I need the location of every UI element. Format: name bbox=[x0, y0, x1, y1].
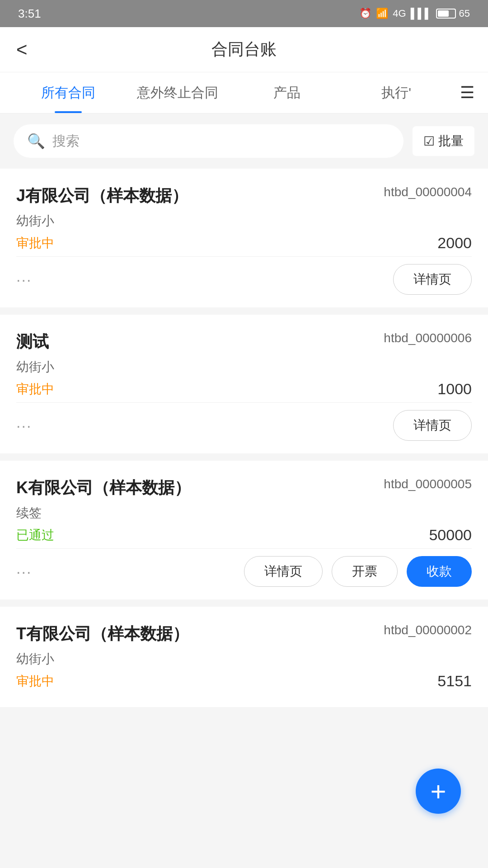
sub-label-3: 续签 bbox=[16, 505, 42, 522]
contract-id-2: htbd_00000006 bbox=[384, 331, 472, 345]
signal-icon: 4G bbox=[393, 8, 406, 19]
card-header-3: K有限公司（样本数据） htbd_00000005 bbox=[16, 477, 472, 499]
sim-icon: 📶 bbox=[376, 8, 388, 19]
contract-card-4: T有限公司（样本数据） htbd_00000002 幼街小 审批中 5151 bbox=[0, 607, 488, 707]
search-bar: 🔍 ☑ 批量 bbox=[0, 113, 488, 169]
card-footer-2: ··· 详情页 bbox=[16, 402, 472, 441]
company-name-4: T有限公司（样本数据） bbox=[16, 623, 189, 645]
tab-execution[interactable]: 执行' bbox=[342, 72, 451, 113]
contract-card-1: J有限公司（样本数据） htbd_00000004 幼街小 审批中 2000 ·… bbox=[0, 169, 488, 307]
company-name-1: J有限公司（样本数据） bbox=[16, 185, 188, 207]
page-title: 合同台账 bbox=[211, 38, 277, 61]
card-actions-1: 详情页 bbox=[393, 264, 472, 295]
contract-id-4: htbd_00000002 bbox=[384, 623, 472, 637]
amount-4: 5151 bbox=[437, 672, 472, 690]
card-status-amount-1: 审批中 2000 bbox=[16, 234, 472, 252]
tab-menu-icon[interactable]: ☰ bbox=[451, 83, 474, 102]
card-footer-3: ··· 详情页 开票 收款 bbox=[16, 548, 472, 587]
battery-indicator: 65 bbox=[436, 8, 470, 19]
search-input[interactable] bbox=[52, 133, 390, 149]
amount-3: 50000 bbox=[429, 526, 472, 544]
card-sub-3: 续签 bbox=[16, 505, 472, 522]
card-sub-2: 幼街小 bbox=[16, 359, 472, 376]
search-icon: 🔍 bbox=[27, 132, 45, 150]
contract-id-3: htbd_00000005 bbox=[384, 477, 472, 491]
tabs-wrapper: 所有合同 意外终止合同 产品 执行' ☰ bbox=[0, 72, 488, 113]
page-header: < 合同台账 bbox=[0, 27, 488, 72]
status-3: 已通过 bbox=[16, 527, 54, 544]
contract-id-1: htbd_00000004 bbox=[384, 185, 472, 199]
card-status-amount-4: 审批中 5151 bbox=[16, 672, 472, 690]
card-sub-1: 幼街小 bbox=[16, 212, 472, 230]
company-name-3: K有限公司（样本数据） bbox=[16, 477, 191, 499]
amount-2: 1000 bbox=[437, 380, 472, 398]
contract-list: J有限公司（样本数据） htbd_00000004 幼街小 审批中 2000 ·… bbox=[0, 169, 488, 707]
status-2: 审批中 bbox=[16, 381, 54, 398]
more-options-2[interactable]: ··· bbox=[16, 417, 32, 434]
more-options-1[interactable]: ··· bbox=[16, 271, 32, 288]
detail-button-1[interactable]: 详情页 bbox=[393, 264, 472, 295]
card-status-amount-2: 审批中 1000 bbox=[16, 380, 472, 398]
sub-label-4: 幼街小 bbox=[16, 651, 54, 668]
search-wrapper: 🔍 bbox=[14, 124, 404, 158]
batch-button[interactable]: ☑ 批量 bbox=[413, 126, 474, 156]
amount-1: 2000 bbox=[437, 234, 472, 252]
status-1: 审批中 bbox=[16, 235, 54, 252]
more-options-3[interactable]: ··· bbox=[16, 563, 32, 580]
card-sub-4: 幼街小 bbox=[16, 651, 472, 668]
status-bar: 3:51 ⏰ 📶 4G ▌▌▌ 65 bbox=[0, 0, 488, 27]
batch-checkbox-icon: ☑ bbox=[423, 134, 435, 149]
fab-add-button[interactable]: + bbox=[416, 769, 461, 814]
back-button[interactable]: < bbox=[16, 39, 28, 61]
card-header-2: 测试 htbd_00000006 bbox=[16, 331, 472, 353]
tab-product[interactable]: 产品 bbox=[232, 72, 342, 113]
tabs-row: 所有合同 意外终止合同 产品 执行' ☰ bbox=[0, 72, 488, 113]
company-name-2: 测试 bbox=[16, 331, 49, 353]
status-4: 审批中 bbox=[16, 673, 54, 690]
sub-label-2: 幼街小 bbox=[16, 359, 54, 376]
tab-all-contracts[interactable]: 所有合同 bbox=[14, 72, 123, 113]
alarm-icon: ⏰ bbox=[359, 8, 371, 19]
wifi-bars: ▌▌▌ bbox=[411, 8, 432, 19]
card-actions-3: 详情页 开票 收款 bbox=[244, 556, 472, 587]
sub-label-1: 幼街小 bbox=[16, 212, 54, 230]
contract-card-2: 测试 htbd_00000006 幼街小 审批中 1000 ··· 详情页 bbox=[0, 315, 488, 453]
payment-button-3[interactable]: 收款 bbox=[407, 556, 472, 587]
invoice-button-3[interactable]: 开票 bbox=[332, 556, 398, 587]
batch-label: 批量 bbox=[438, 132, 464, 150]
card-status-amount-3: 已通过 50000 bbox=[16, 526, 472, 544]
card-actions-2: 详情页 bbox=[393, 410, 472, 441]
detail-button-3[interactable]: 详情页 bbox=[244, 556, 323, 587]
tab-terminated[interactable]: 意外终止合同 bbox=[123, 72, 232, 113]
card-footer-1: ··· 详情页 bbox=[16, 256, 472, 295]
detail-button-2[interactable]: 详情页 bbox=[393, 410, 472, 441]
card-header-4: T有限公司（样本数据） htbd_00000002 bbox=[16, 623, 472, 645]
status-time: 3:51 bbox=[18, 7, 41, 21]
status-icons: ⏰ 📶 4G ▌▌▌ 65 bbox=[359, 8, 470, 19]
fab-plus-icon: + bbox=[430, 776, 446, 807]
contract-card-3: K有限公司（样本数据） htbd_00000005 续签 已通过 50000 ·… bbox=[0, 461, 488, 599]
card-header-1: J有限公司（样本数据） htbd_00000004 bbox=[16, 185, 472, 207]
